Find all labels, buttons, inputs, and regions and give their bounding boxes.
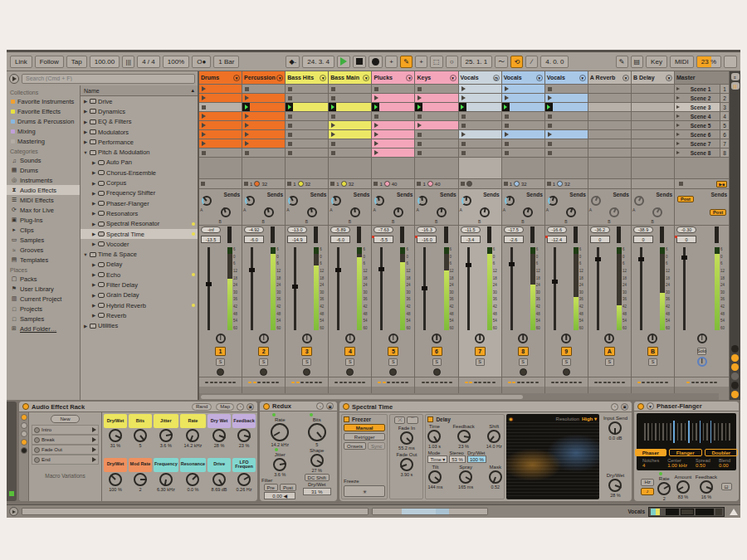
solo-button[interactable]: S <box>605 358 614 366</box>
volume-value[interactable]: 0 <box>676 236 696 243</box>
volume-fader[interactable] <box>510 247 513 330</box>
clip-slot[interactable] <box>199 130 242 139</box>
chevron-right-icon[interactable]: ▶ <box>83 129 88 134</box>
clip-slot[interactable] <box>588 149 631 157</box>
fader-handle[interactable] <box>552 280 558 284</box>
clip-stop-icon[interactable] <box>331 96 335 100</box>
redux-save-icon[interactable]: ▣ <box>326 402 334 410</box>
clip-slot[interactable] <box>502 112 544 120</box>
chevron-right-icon[interactable]: ▶ <box>83 99 88 104</box>
show-mixer-toggle[interactable] <box>731 373 739 380</box>
clip-slot[interactable] <box>632 94 674 102</box>
arm-button[interactable] <box>303 368 310 376</box>
arm-button[interactable] <box>563 368 570 376</box>
post-toggle[interactable]: Post <box>677 196 694 202</box>
clip-slot[interactable] <box>199 149 242 157</box>
send-a-knob[interactable] <box>374 196 384 206</box>
param-value[interactable]: 0.00 <box>719 463 729 468</box>
sidebar-item-plug-ins[interactable]: ▣Plug-Ins <box>7 215 80 225</box>
crossfade-icon-button[interactable]: ⤫ <box>394 416 405 424</box>
send-a-knob[interactable] <box>591 196 601 206</box>
crossfade-row[interactable] <box>329 377 371 387</box>
fold-track-icon[interactable]: ▾ <box>363 75 369 81</box>
clip-slot[interactable] <box>199 85 242 93</box>
track-header[interactable]: Bass Hits▾ <box>286 71 328 85</box>
crossfade-row[interactable] <box>632 377 674 387</box>
meter-peak-value[interactable]: -11.5 <box>461 226 481 233</box>
clip-slot[interactable] <box>286 85 328 93</box>
arm-button[interactable] <box>260 368 267 376</box>
param-value[interactable]: 14.0 Hz <box>486 444 502 449</box>
selection-box-icon[interactable]: ⬚ <box>430 56 443 68</box>
param-knob[interactable] <box>428 470 442 484</box>
param-value[interactable]: 0.50 <box>696 463 706 468</box>
volume-value[interactable]: -2.6 <box>504 236 524 243</box>
volume-value[interactable]: 0 <box>633 236 653 243</box>
chevron-right-icon[interactable]: ▶ <box>91 272 96 277</box>
param-knob[interactable] <box>271 423 289 441</box>
phaser-fold-icon[interactable]: ▼ <box>647 402 654 410</box>
track-header[interactable]: Vocals▾ <box>502 71 544 85</box>
file-tree-item[interactable]: ▶Hybrid Reverb <box>81 300 198 310</box>
clip-slot[interactable] <box>588 112 631 120</box>
volume-fader[interactable] <box>597 247 599 330</box>
macro-value[interactable]: 14.2 kHz <box>184 443 203 448</box>
macro-knob[interactable] <box>186 473 199 486</box>
overview-menu-icon[interactable]: ≡ <box>731 73 740 80</box>
volume-fader[interactable] <box>251 247 253 330</box>
param-value[interactable]: 5 <box>315 442 318 447</box>
clip-play-icon[interactable] <box>374 141 378 146</box>
macro-value[interactable]: 6.30 kHz <box>157 487 175 492</box>
chevron-down-icon[interactable]: ▼ <box>83 252 88 257</box>
clip-stop-icon[interactable] <box>505 142 509 146</box>
volume-fader[interactable] <box>208 247 210 330</box>
overdub-button[interactable]: + <box>385 56 398 68</box>
solo-button[interactable]: S <box>345 358 354 366</box>
track-header[interactable]: B Delay▾ <box>632 71 674 85</box>
param-knob[interactable] <box>400 431 413 445</box>
scene-slot[interactable]: Scene 77 <box>675 139 729 148</box>
send-a-knob[interactable] <box>288 196 298 206</box>
phaser-on-toggle[interactable] <box>637 403 644 410</box>
draw-icon[interactable]: ✎ <box>616 56 628 68</box>
volume-value[interactable]: -12.4 <box>547 236 567 243</box>
clip-stop-icon[interactable] <box>417 87 422 91</box>
scrollbar-handle[interactable] <box>201 395 523 399</box>
fader-handle[interactable] <box>206 282 212 286</box>
track-header[interactable]: A Reverb▾ <box>588 71 631 85</box>
clip-slot[interactable] <box>459 85 501 93</box>
clip-slot[interactable] <box>199 121 242 129</box>
clip-stop-icon[interactable] <box>548 151 552 155</box>
back-to-arrangement-icon[interactable]: ▶■ <box>716 181 727 187</box>
post-toggle[interactable]: Post <box>710 209 726 216</box>
launch-quantize-menu[interactable]: 1 Bar <box>213 56 239 68</box>
clip-playing-icon[interactable] <box>286 103 293 111</box>
fader-handle[interactable] <box>249 268 255 272</box>
volume-value[interactable]: -5.5 <box>374 236 393 243</box>
param-knob[interactable] <box>487 430 500 443</box>
rack-pads-toggle[interactable] <box>21 422 27 429</box>
param-value[interactable]: 3.6 % <box>274 472 286 477</box>
send-a-knob[interactable] <box>461 196 471 206</box>
send-b-knob[interactable] <box>437 207 447 217</box>
fader-handle[interactable] <box>335 268 341 272</box>
clock-icon[interactable]: ◷ <box>493 75 500 81</box>
scene-play-icon[interactable] <box>676 124 680 127</box>
param-knob[interactable] <box>427 430 441 443</box>
clip-slot[interactable] <box>286 121 328 129</box>
clip-slot[interactable] <box>286 103 328 111</box>
volume-value[interactable]: 0 <box>590 236 610 243</box>
clip-stop-icon[interactable] <box>202 105 206 110</box>
chevron-right-icon[interactable]: ▶ <box>83 139 88 144</box>
rack-new-variation-button[interactable]: New <box>51 415 79 423</box>
file-tree-item[interactable]: ▶Delay <box>81 260 198 270</box>
send-b-knob[interactable] <box>480 207 490 217</box>
resolution-value[interactable]: High ▾ <box>582 416 597 421</box>
stop-all-clips-button[interactable] <box>287 182 291 186</box>
pan-knob[interactable] <box>302 334 312 343</box>
clip-slot[interactable] <box>329 121 371 129</box>
clip-slot[interactable] <box>632 130 674 139</box>
clip-slot[interactable] <box>242 85 285 93</box>
show-returns-toggle[interactable] <box>731 363 739 371</box>
file-tree-item[interactable]: ▶Modulators <box>81 127 198 137</box>
